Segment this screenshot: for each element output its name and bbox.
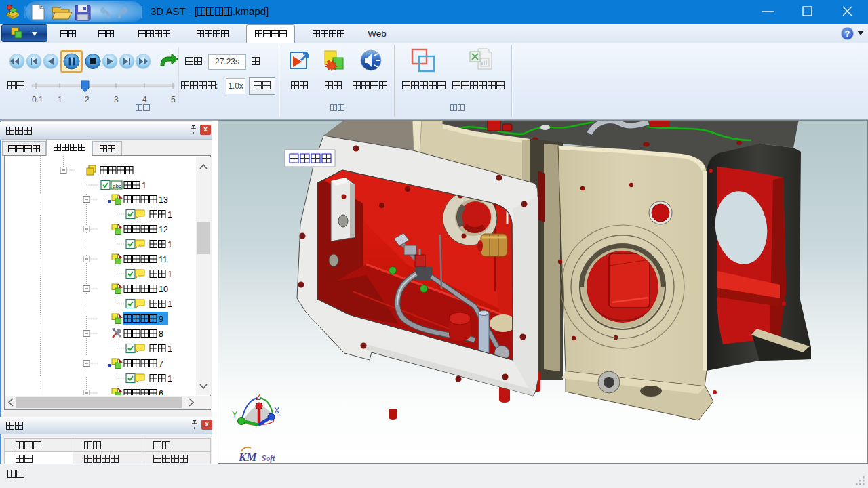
svg-text:X: X <box>274 406 280 415</box>
svg-text:abc: abc <box>113 183 121 189</box>
svg-text:13: 13 <box>159 195 168 205</box>
svg-text:8: 8 <box>159 329 163 339</box>
svg-text:9: 9 <box>159 314 163 324</box>
svg-text:1: 1 <box>167 374 172 384</box>
svg-text:7: 7 <box>159 359 163 369</box>
svg-text:KM: KM <box>238 451 257 464</box>
svg-text:1: 1 <box>167 344 172 354</box>
svg-text:1: 1 <box>167 210 172 220</box>
svg-text:6: 6 <box>159 389 163 396</box>
svg-text:1: 1 <box>142 181 146 190</box>
svg-text:1: 1 <box>167 300 172 309</box>
svg-text:12: 12 <box>159 225 168 235</box>
svg-text:10: 10 <box>159 285 168 294</box>
svg-text:1: 1 <box>167 240 172 249</box>
svg-text:1: 1 <box>167 270 172 279</box>
svg-text:Z: Z <box>256 392 261 402</box>
svg-text:Soft: Soft <box>262 454 275 463</box>
svg-text:11: 11 <box>159 255 167 264</box>
svg-text:Y: Y <box>232 410 238 420</box>
